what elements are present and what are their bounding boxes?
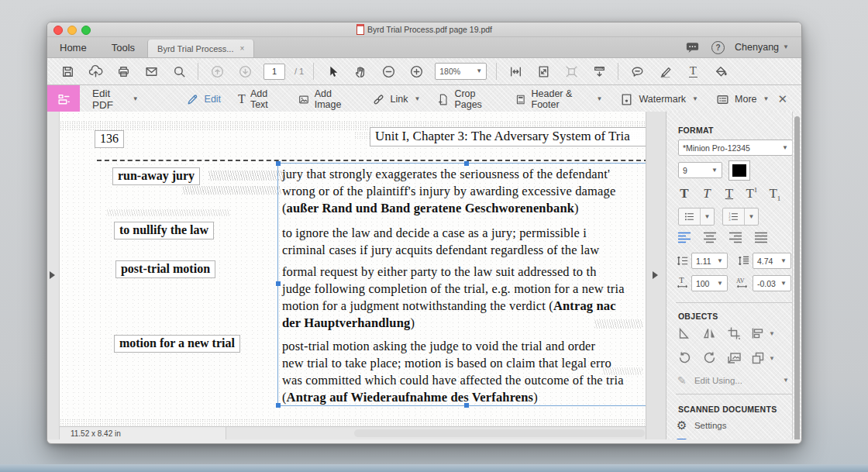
zoom-in-button[interactable] bbox=[407, 62, 425, 81]
font-color-swatch[interactable] bbox=[728, 160, 750, 181]
font-family-select[interactable]: *Minion Pro-12345▼ bbox=[678, 140, 793, 156]
resize-handle[interactable] bbox=[276, 403, 281, 408]
flip-horizontal-icon[interactable] bbox=[701, 326, 718, 341]
recognize-text-checkbox[interactable]: ✓ bbox=[677, 439, 687, 439]
align-objects-icon[interactable] bbox=[750, 326, 766, 341]
arrange-objects-icon[interactable] bbox=[750, 350, 766, 366]
numbered-list-button[interactable]: 123 ▼ bbox=[722, 208, 759, 226]
superscript-icon[interactable]: T1 bbox=[742, 186, 761, 202]
save-button[interactable] bbox=[58, 62, 77, 81]
add-text-button[interactable]: T Add Text bbox=[229, 85, 289, 113]
minimize-window-button[interactable] bbox=[67, 26, 77, 35]
page-number-input[interactable] bbox=[264, 64, 285, 80]
zoom-out-button[interactable] bbox=[379, 62, 398, 81]
select-tool-button[interactable] bbox=[323, 62, 342, 81]
page-number-box[interactable]: 136 bbox=[95, 130, 124, 148]
add-text-tool-button[interactable]: T bbox=[684, 62, 702, 81]
share-cloud-button[interactable] bbox=[86, 62, 105, 81]
watermark-button[interactable]: Watermark ▼ bbox=[611, 85, 707, 113]
help-icon[interactable]: ? bbox=[711, 41, 725, 54]
scrolling-mode-button[interactable] bbox=[590, 62, 608, 81]
align-right-button[interactable] bbox=[728, 231, 743, 244]
edit-using-button[interactable]: Edit Using... bbox=[694, 376, 742, 385]
definition-line: wrong or of the plaintiff's injury by aw… bbox=[282, 183, 646, 200]
flip-vertical-icon[interactable] bbox=[677, 326, 693, 341]
font-size-select[interactable]: 9▼ bbox=[678, 162, 722, 178]
crop-pages-button[interactable]: Crop Pages bbox=[429, 85, 506, 113]
fit-width-button[interactable] bbox=[506, 62, 525, 81]
zoom-level-select[interactable]: 180% ▼ bbox=[435, 63, 487, 80]
format-panel: FORMAT *Minion Pro-12345▼ 9▼ T T T T1 T1… bbox=[666, 112, 801, 439]
rotate-counterclockwise-icon[interactable] bbox=[677, 350, 693, 366]
chevron-down-icon[interactable]: ▼ bbox=[700, 208, 714, 225]
close-window-button[interactable] bbox=[53, 26, 63, 35]
rotate-clockwise-icon[interactable] bbox=[701, 350, 718, 366]
resize-handle[interactable] bbox=[276, 281, 281, 286]
bold-icon[interactable]: T bbox=[675, 186, 694, 202]
chevron-down-icon[interactable]: ▼ bbox=[769, 355, 775, 362]
hand-tool-button[interactable] bbox=[351, 62, 370, 81]
chevron-down-icon[interactable]: ▼ bbox=[783, 377, 789, 384]
term-box[interactable]: run-away jury bbox=[112, 167, 200, 185]
resize-handle[interactable] bbox=[464, 403, 469, 408]
paragraph-spacing-select[interactable]: 4.74▼ bbox=[753, 253, 791, 269]
close-toolbar-icon[interactable]: ✕ bbox=[777, 92, 787, 106]
horizontal-scrollbar[interactable] bbox=[354, 429, 645, 437]
search-icon[interactable] bbox=[170, 62, 188, 81]
align-justify-button[interactable] bbox=[753, 231, 769, 244]
line-spacing-select[interactable]: 1.11▼ bbox=[691, 253, 728, 269]
print-button[interactable] bbox=[114, 62, 133, 81]
resize-handle[interactable] bbox=[464, 161, 469, 166]
scanned-documents-section-title: SCANNED DOCUMENTS bbox=[678, 405, 777, 414]
chevron-down-icon: ▼ bbox=[476, 68, 482, 74]
chevron-down-icon[interactable]: ▼ bbox=[769, 330, 775, 337]
fit-page-button[interactable] bbox=[534, 62, 553, 81]
edit-button[interactable]: Edit bbox=[177, 85, 230, 113]
align-left-button[interactable] bbox=[677, 231, 692, 244]
bullet-list-button[interactable]: ▼ bbox=[678, 208, 715, 226]
term-box[interactable]: motion for a new trial bbox=[114, 335, 240, 353]
italic-icon[interactable]: T bbox=[698, 186, 716, 202]
right-panel-toggle-icon[interactable] bbox=[653, 271, 658, 279]
header-footer-button[interactable]: Header & Footer ▼ bbox=[506, 85, 611, 113]
settings-button[interactable]: Settings bbox=[694, 421, 727, 430]
chevron-down-icon: ▼ bbox=[717, 258, 723, 264]
align-center-button[interactable] bbox=[702, 231, 718, 244]
left-panel-toggle-icon[interactable] bbox=[50, 271, 55, 279]
comment-tool-button[interactable] bbox=[628, 62, 646, 81]
edit-pdf-tool-icon[interactable] bbox=[47, 85, 80, 113]
running-header-box[interactable]: Unit I, Chapter 3: The Adversary System … bbox=[370, 127, 646, 146]
edit-pdf-menu[interactable]: Edit PDF ▼ bbox=[80, 85, 147, 113]
term-box[interactable]: to nullify the law bbox=[114, 222, 214, 239]
subscript-icon[interactable]: T1 bbox=[766, 186, 784, 202]
underline-icon[interactable]: T bbox=[720, 186, 739, 202]
fill-color-tool-button[interactable] bbox=[711, 62, 730, 81]
feedback-icon[interactable] bbox=[683, 38, 701, 57]
tab-tools[interactable]: Tools bbox=[99, 37, 147, 57]
chevron-down-icon: ▼ bbox=[717, 281, 723, 287]
selected-text-box[interactable]: jury that strongly exaggerates the serio… bbox=[277, 163, 646, 406]
tab-home[interactable]: Home bbox=[47, 37, 99, 57]
tab-document[interactable]: Byrd Trial Process... × bbox=[147, 40, 254, 57]
crop-object-icon[interactable] bbox=[726, 326, 742, 341]
email-button[interactable] bbox=[142, 62, 160, 81]
user-menu[interactable]: Chenyang ▼ bbox=[735, 42, 789, 53]
vertical-scrollbar[interactable] bbox=[794, 116, 800, 439]
term-box[interactable]: post-trial motion bbox=[115, 260, 215, 278]
traffic-lights bbox=[53, 26, 91, 35]
tab-close-icon[interactable]: × bbox=[239, 44, 244, 53]
more-button[interactable]: More ▼ bbox=[707, 85, 777, 113]
replace-image-icon[interactable] bbox=[726, 350, 742, 366]
next-page-button[interactable] bbox=[236, 62, 254, 81]
chevron-down-icon[interactable]: ▼ bbox=[744, 208, 758, 225]
highlight-tool-button[interactable] bbox=[656, 62, 674, 81]
right-panel-gutter bbox=[646, 112, 666, 439]
link-button[interactable]: Link ▼ bbox=[363, 85, 429, 113]
previous-page-button[interactable] bbox=[208, 62, 226, 81]
zoom-window-button[interactable] bbox=[81, 26, 91, 35]
fit-visible-button[interactable] bbox=[562, 62, 580, 81]
character-spacing-select[interactable]: -0.03▼ bbox=[753, 275, 791, 291]
resize-handle[interactable] bbox=[276, 161, 281, 166]
horizontal-scale-select[interactable]: 100▼ bbox=[691, 275, 728, 291]
add-image-button[interactable]: Add Image bbox=[289, 85, 363, 113]
